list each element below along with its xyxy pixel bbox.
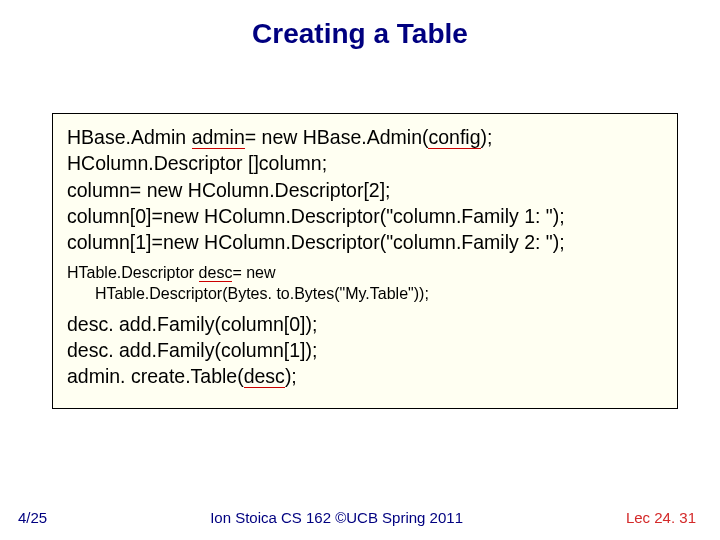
code-line-3: column= new HColumn.Descriptor[2]; bbox=[67, 177, 663, 203]
footer-center: Ion Stoica CS 162 ©UCB Spring 2011 bbox=[210, 509, 463, 526]
code-box: HBase.Admin admin= new HBase.Admin(confi… bbox=[52, 113, 678, 409]
t: admin. create.Table( bbox=[67, 365, 244, 387]
code-line-4: column[0]=new HColumn.Descriptor("column… bbox=[67, 203, 663, 229]
underline-desc2: desc bbox=[244, 365, 285, 388]
code-line-6: HTable.Descriptor desc= new bbox=[67, 262, 663, 284]
underline-admin: admin bbox=[192, 126, 245, 149]
underline-desc: desc bbox=[199, 264, 233, 282]
t: ); bbox=[285, 365, 297, 387]
code-line-8: desc. add.Family(column[0]); bbox=[67, 311, 663, 337]
t: = new bbox=[232, 264, 275, 281]
code-line-7: HTable.Descriptor(Bytes. to.Bytes("My.Ta… bbox=[67, 283, 663, 305]
t: HBase.Admin bbox=[67, 126, 192, 148]
code-line-9: desc. add.Family(column[1]); bbox=[67, 337, 663, 363]
footer-left: 4/25 bbox=[18, 509, 47, 526]
footer: 4/25 Ion Stoica CS 162 ©UCB Spring 2011 … bbox=[0, 509, 720, 526]
underline-config: config bbox=[428, 126, 480, 149]
footer-right: Lec 24. 31 bbox=[626, 509, 696, 526]
code-line-10: admin. create.Table(desc); bbox=[67, 363, 663, 389]
slide-title: Creating a Table bbox=[0, 0, 720, 58]
code-line-1: HBase.Admin admin= new HBase.Admin(confi… bbox=[67, 124, 663, 150]
code-line-5: column[1]=new HColumn.Descriptor("column… bbox=[67, 229, 663, 255]
t: = new HBase.Admin( bbox=[245, 126, 429, 148]
t: ); bbox=[481, 126, 493, 148]
t: HTable.Descriptor bbox=[67, 264, 199, 281]
code-line-2: HColumn.Descriptor []column; bbox=[67, 150, 663, 176]
